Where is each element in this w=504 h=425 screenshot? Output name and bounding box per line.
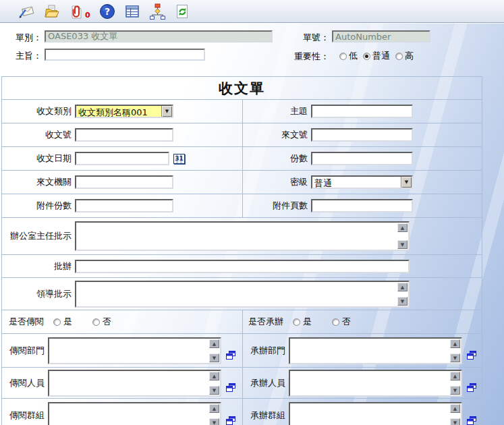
importance-normal-label: 普通 (372, 50, 390, 62)
attachment-copies-field[interactable] (75, 199, 173, 213)
receive-no-field[interactable] (75, 128, 173, 142)
circulate-person-field[interactable]: ▲ ▼ (48, 370, 221, 397)
undertake-group-label: 承辦群組 (243, 409, 289, 422)
undertake-dept-field[interactable]: ▲ ▼ (289, 337, 462, 364)
receive-date-field[interactable] (75, 152, 169, 165)
table-view-icon[interactable] (124, 3, 140, 20)
svg-text:?: ? (105, 6, 110, 17)
circulate-dept-field[interactable]: ▲ ▼ (48, 337, 221, 364)
circulate-yes-radio[interactable] (53, 318, 61, 326)
leader-comment-label: 領導批示 (2, 288, 75, 300)
incoming-no-label: 來文號 (243, 129, 311, 141)
director-comment-label: 辦公室主任批示 (2, 230, 75, 242)
assign-field[interactable] (75, 260, 410, 273)
form-title: 收文單 (219, 79, 265, 98)
importance-radio-group: 低 普通 高 (339, 50, 419, 62)
circulate-no-label: 否 (103, 316, 111, 328)
doc-type-field[interactable] (45, 30, 273, 42)
scroll-down-button[interactable]: ▼ (209, 386, 219, 395)
circulate-person-label: 傳閱人員 (2, 377, 48, 389)
receive-no-label: 收文號 (2, 129, 75, 141)
undertake-yes-label: 是 (303, 316, 312, 328)
scroll-up-button[interactable]: ▲ (209, 372, 219, 380)
undertake-dept-label: 承辦部門 (243, 345, 289, 357)
undertake-group-field[interactable]: ▲ ▼ (289, 402, 462, 425)
importance-low-label: 低 (349, 50, 358, 62)
circulate-no-radio[interactable] (92, 318, 100, 326)
importance-label: 重要性： (277, 51, 329, 63)
scroll-up-button[interactable]: ▲ (209, 404, 219, 413)
importance-normal-radio[interactable] (363, 53, 370, 60)
receive-date-label: 收文日期 (2, 152, 75, 165)
security-level-value: 普通 (312, 177, 401, 188)
scroll-up-button[interactable]: ▲ (450, 372, 460, 380)
incoming-no-field[interactable] (311, 128, 413, 142)
undertake-question-label: 是否承辦 (248, 316, 283, 328)
subject-label: 主旨： (0, 50, 42, 62)
open-folder-icon[interactable] (43, 3, 59, 20)
receive-category-dropdown-button[interactable]: ▼ (161, 106, 172, 117)
subject-field[interactable] (45, 49, 205, 61)
circulate-group-picker-icon[interactable] (226, 416, 236, 425)
undertake-person-picker-icon[interactable] (467, 383, 477, 395)
attachment-copies-label: 附件份數 (2, 200, 75, 212)
refresh-icon[interactable] (174, 3, 190, 20)
attachment-group: 0 (68, 3, 90, 20)
circulate-yes-label: 是 (63, 316, 72, 328)
scroll-down-button[interactable]: ▼ (450, 386, 460, 395)
security-level-label: 密級 (243, 176, 311, 188)
scroll-down-button[interactable]: ▼ (450, 418, 460, 425)
receive-category-label: 收文類別 (2, 105, 75, 117)
help-icon[interactable]: ? (99, 3, 115, 20)
undertake-no-label: 否 (342, 316, 351, 328)
scroll-down-button[interactable]: ▼ (209, 353, 219, 362)
assign-label: 批辦 (2, 260, 75, 273)
scroll-down-button[interactable]: ▼ (397, 240, 408, 249)
receive-document-form: 收文單 收文類別 收文類別名稱001 ▼ 主題 收文號 來文號 收文日期 31 (1, 76, 482, 425)
attachment-pages-label: 附件頁數 (243, 200, 311, 212)
topic-field[interactable] (311, 105, 413, 118)
send-mail-icon[interactable] (18, 3, 34, 20)
undertake-person-field[interactable]: ▲ ▼ (289, 370, 462, 397)
importance-low-radio[interactable] (339, 53, 347, 60)
scroll-up-button[interactable]: ▲ (450, 404, 460, 413)
circulate-group-field[interactable]: ▲ ▼ (48, 402, 221, 425)
circulate-dept-picker-icon[interactable] (226, 351, 236, 362)
undertake-person-label: 承辦人員 (243, 377, 289, 389)
calendar-icon[interactable]: 31 (173, 154, 185, 164)
toolbar: 0 ? (0, 0, 504, 23)
copies-field[interactable] (311, 152, 413, 165)
copies-label: 份數 (243, 152, 311, 165)
security-level-dropdown[interactable]: 普通 ▼ (311, 175, 413, 189)
circulate-question-label: 是否傳閱 (9, 316, 44, 328)
director-comment-field[interactable]: ▲ ▼ (75, 221, 410, 251)
importance-high-radio[interactable] (395, 53, 403, 60)
scroll-up-button[interactable]: ▲ (209, 339, 219, 348)
scroll-down-button[interactable]: ▼ (209, 418, 219, 425)
attachment-pages-field[interactable] (311, 199, 413, 213)
undertake-yes-radio[interactable] (293, 318, 300, 326)
undertake-dept-picker-icon[interactable] (467, 351, 477, 362)
scroll-up-button[interactable]: ▲ (397, 223, 408, 232)
incoming-org-label: 來文機關 (2, 176, 75, 188)
security-level-dropdown-button[interactable]: ▼ (401, 177, 412, 188)
undertake-no-radio[interactable] (332, 318, 339, 326)
attachment-count-badge: 0 (85, 11, 90, 20)
importance-high-label: 高 (405, 50, 414, 62)
doc-type-label: 單別： (0, 32, 42, 44)
doc-no-field[interactable] (332, 30, 430, 42)
receive-category-dropdown[interactable]: 收文類別名稱001 ▼ (75, 105, 173, 118)
leader-comment-field[interactable]: ▲ ▼ (75, 281, 410, 308)
scroll-down-button[interactable]: ▼ (450, 353, 460, 362)
workflow-icon[interactable] (149, 3, 165, 20)
document-header: 單別： 單號： 主旨： 重要性： 低 普通 高 (0, 23, 504, 76)
scroll-up-button[interactable]: ▲ (397, 283, 408, 291)
attachment-icon[interactable] (68, 3, 84, 20)
undertake-group-picker-icon[interactable] (467, 416, 477, 425)
circulate-person-picker-icon[interactable] (226, 383, 236, 395)
scroll-up-button[interactable]: ▲ (450, 339, 460, 348)
scroll-down-button[interactable]: ▼ (397, 297, 408, 306)
receive-category-value: 收文類別名稱001 (76, 106, 161, 117)
incoming-org-field[interactable] (75, 175, 173, 189)
form-title-row: 收文單 (2, 77, 482, 100)
